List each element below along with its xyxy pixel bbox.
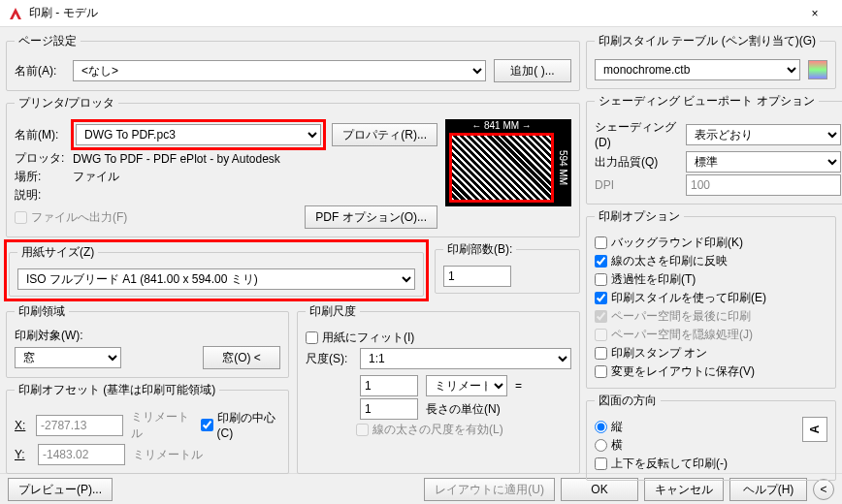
- printer-name-select[interactable]: DWG To PDF.pc3: [76, 124, 321, 145]
- fit-paper-check[interactable]: 用紙にフィット(I): [306, 330, 571, 346]
- plotter-value: DWG To PDF - PDF ePlot - by Autodesk: [73, 152, 280, 166]
- style-table-group: 印刷スタイル テーブル (ペン割り当て)(G) monochrome.ctb: [586, 33, 836, 89]
- printer-group: プリンタ/プロッタ 名前(M): DWG To PDF.pc3 プロパティ(R)…: [6, 95, 580, 237]
- cancel-button[interactable]: キャンセル: [644, 478, 724, 501]
- style-table-edit-icon[interactable]: [808, 60, 827, 79]
- dpi-label: DPI: [595, 178, 678, 192]
- printer-properties-button[interactable]: プロパティ(R)...: [332, 123, 437, 146]
- orientation-legend: 図面の方向: [595, 393, 661, 409]
- scale-label: 尺度(S):: [306, 351, 352, 367]
- pdf-options-button[interactable]: PDF オプション(O)...: [305, 205, 437, 229]
- preview-hatch-highlight: [449, 133, 554, 203]
- offset-x-label: X:: [15, 419, 28, 432]
- center-plot-check[interactable]: 印刷の中心(C): [201, 410, 281, 440]
- printer-name-highlight: DWG To PDF.pc3: [71, 119, 326, 150]
- copies-legend: 印刷部数(B):: [443, 241, 516, 258]
- scale-eq: =: [515, 379, 522, 393]
- scale-den-input[interactable]: [360, 398, 418, 420]
- offset-x-unit: ミリメートル: [131, 409, 192, 442]
- opt-bg[interactable]: バックグラウンド印刷(K): [595, 235, 827, 251]
- orient-flip[interactable]: 上下を反転して印刷(-): [595, 456, 802, 472]
- place-label: 場所:: [15, 169, 65, 185]
- preview-button[interactable]: プレビュー(P)...: [8, 478, 113, 501]
- place-value: ファイル: [73, 169, 119, 185]
- quality-label: 出力品質(Q): [595, 154, 678, 171]
- opt-style[interactable]: 印刷スタイルを使って印刷(E): [595, 290, 827, 306]
- preview-height-label: 594 MM: [558, 133, 568, 203]
- orientation-group: 図面の方向 縦 横 上下を反転して印刷(-) A: [586, 393, 836, 481]
- style-table-legend: 印刷スタイル テーブル (ペン割り当て)(G): [595, 33, 820, 49]
- pagesetup-name-select[interactable]: <なし>: [73, 60, 486, 81]
- plot-target-label: 印刷対象(W):: [15, 328, 280, 344]
- opt-save[interactable]: 変更をレイアウトに保存(V): [595, 363, 827, 380]
- shade-select[interactable]: 表示どおり: [686, 124, 841, 145]
- window-pick-button[interactable]: 窓(O) <: [203, 346, 280, 369]
- opt-stamp[interactable]: 印刷スタンプ オン: [595, 345, 827, 362]
- offset-y-unit: ミリメートル: [133, 447, 203, 463]
- printer-legend: プリンタ/プロッタ: [15, 95, 118, 111]
- orientation-preview-icon: A: [802, 417, 827, 442]
- preview-width-label: ← 841 MM →: [449, 120, 554, 131]
- scale-unit-select[interactable]: ミリメートル: [426, 375, 507, 396]
- ok-button[interactable]: OK: [561, 478, 638, 501]
- title-bar: 印刷 - モデル ×: [0, 0, 842, 27]
- scale-lw-checkbox: [356, 424, 369, 436]
- dpi-input: [686, 174, 841, 196]
- plot-area-group: 印刷領域 印刷対象(W): 窓 窓(O) <: [6, 303, 289, 378]
- shade-label: シェーディング(D): [595, 119, 678, 149]
- opt-trans[interactable]: 透過性を印刷(T): [595, 271, 827, 288]
- chevron-left-icon: <: [820, 483, 826, 496]
- opt-pslast: ペーパー空間を最後に印刷: [595, 308, 827, 325]
- offset-x-input: [36, 415, 123, 436]
- orient-landscape[interactable]: 横: [595, 437, 802, 454]
- paper-size-legend: 用紙サイズ(Z): [17, 244, 98, 261]
- paper-size-group: 用紙サイズ(Z) ISO フルブリード A1 (841.00 x 594.00 …: [9, 244, 424, 297]
- scale-select[interactable]: 1:1: [360, 348, 571, 369]
- desc-label: 説明:: [15, 187, 65, 204]
- offset-legend: 印刷オフセット (基準は印刷可能領域): [15, 382, 219, 398]
- style-table-select[interactable]: monochrome.ctb: [595, 59, 800, 80]
- opt-pshide: ペーパー空間を隠線処理(J): [595, 327, 827, 343]
- printer-name-label: 名前(M):: [15, 127, 65, 143]
- close-button[interactable]: ×: [795, 0, 834, 27]
- offset-group: 印刷オフセット (基準は印刷可能領域) X: ミリメートル 印刷の中心(C) Y…: [6, 382, 289, 474]
- file-output-checkbox: [15, 211, 27, 224]
- print-options-group: 印刷オプション バックグラウンド印刷(K) 線の太さを印刷に反映 透過性を印刷(…: [586, 208, 836, 389]
- scale-len-label: 長さの単位(N): [426, 401, 501, 418]
- center-plot-checkbox[interactable]: [201, 419, 213, 431]
- collapse-button[interactable]: <: [813, 479, 834, 500]
- pagesetup-add-button[interactable]: 追加( )...: [494, 59, 571, 82]
- window-title: 印刷 - モデル: [29, 5, 98, 21]
- apply-layout-button: レイアウトに適用(U): [424, 478, 555, 501]
- paper-size-highlight: 用紙サイズ(Z) ISO フルブリード A1 (841.00 x 594.00 …: [4, 239, 429, 301]
- offset-y-label: Y:: [15, 448, 30, 461]
- shading-group: シェーディング ビューポート オプション シェーディング(D)表示どおり 出力品…: [586, 93, 842, 205]
- paper-size-select[interactable]: ISO フルブリード A1 (841.00 x 594.00 ミリ): [17, 268, 415, 290]
- scale-group: 印刷尺度 用紙にフィット(I) 尺度(S): 1:1 ミリメートル =: [297, 303, 580, 474]
- file-output-check: ファイルへ出力(F): [15, 209, 127, 226]
- print-options-legend: 印刷オプション: [595, 208, 684, 225]
- fit-paper-checkbox[interactable]: [306, 331, 318, 344]
- copies-group: 印刷部数(B):: [435, 241, 580, 294]
- opt-lw[interactable]: 線の太さを印刷に反映: [595, 253, 827, 269]
- scale-num-input[interactable]: [360, 375, 418, 396]
- plot-area-legend: 印刷領域: [15, 303, 69, 320]
- close-icon: ×: [811, 7, 818, 20]
- plotter-label: プロッタ:: [15, 150, 65, 167]
- orient-portrait[interactable]: 縦: [595, 419, 802, 435]
- app-logo-icon: [8, 6, 23, 21]
- copies-input[interactable]: [443, 266, 511, 287]
- pagesetup-name-label: 名前(A):: [15, 63, 65, 79]
- plot-target-select[interactable]: 窓: [15, 347, 121, 368]
- help-button[interactable]: ヘルプ(H): [729, 478, 807, 501]
- page-setup-legend: ページ設定: [15, 33, 81, 49]
- paper-preview: ← 841 MM → 594 MM: [445, 119, 571, 206]
- scale-legend: 印刷尺度: [306, 303, 360, 320]
- page-setup-group: ページ設定 名前(A): <なし> 追加( )...: [6, 33, 580, 91]
- quality-select[interactable]: 標準: [686, 151, 841, 173]
- scale-lw-check: 線の太さの尺度を有効(L): [356, 422, 571, 438]
- offset-y-input: [38, 444, 125, 465]
- shading-legend: シェーディング ビューポート オプション: [595, 93, 819, 110]
